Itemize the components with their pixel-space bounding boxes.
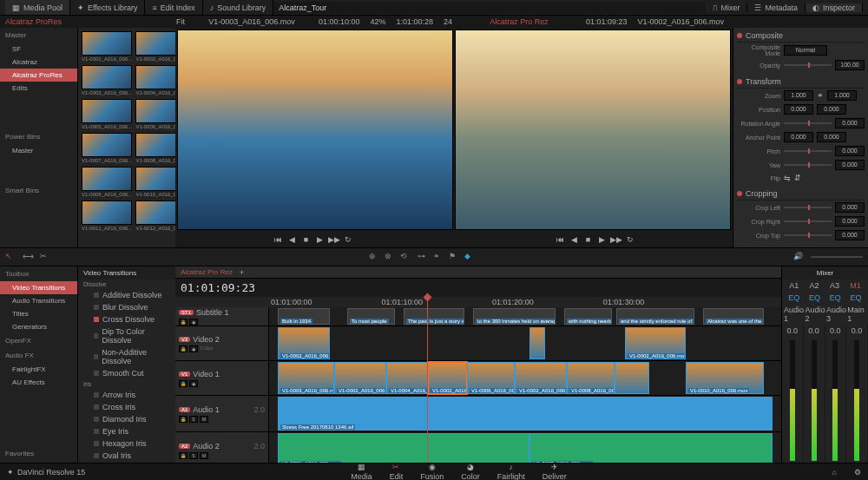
- audio-clip[interactable]: Stress Free 20170810 1346.aif: [278, 397, 773, 431]
- flag-icon[interactable]: ⚑: [449, 252, 459, 262]
- replace-icon[interactable]: ⟲: [400, 252, 411, 262]
- video-clip[interactable]: V1-0002_A016_006.mov: [625, 327, 686, 359]
- timeline-ruler[interactable]: 01:01:00:00 01:01:10:00 01:01:20:00 01:0…: [175, 297, 781, 307]
- video-track-2[interactable]: V1-0002_A016_006.mov V1-0002_A016_006.mo…: [269, 326, 781, 360]
- inspector-toggle[interactable]: ◐Inspector: [806, 3, 863, 12]
- power-bins-label[interactable]: Power Bins: [0, 129, 77, 144]
- clip-thumbnail[interactable]: V1-0010_A016_006...: [135, 167, 175, 197]
- clip-thumbnail[interactable]: V1-0008_A016_006...: [135, 133, 175, 163]
- video-clip[interactable]: [615, 362, 649, 394]
- effects-library-tab[interactable]: ✦Effects Library: [70, 0, 145, 15]
- selection-tool-icon[interactable]: ↖: [5, 252, 16, 262]
- crop-left-slider[interactable]: [784, 207, 832, 208]
- composite-mode-select[interactable]: Normal: [784, 45, 827, 56]
- track-header-a2[interactable]: A2Audio 22.0 🔒SM: [175, 432, 269, 463]
- record-viewer[interactable]: [455, 30, 731, 230]
- video-clip[interactable]: V1-0008_A016_006.mov: [567, 362, 615, 394]
- fx-item[interactable]: Oval Iris: [78, 450, 175, 462]
- flip-v-button[interactable]: ⇵: [794, 174, 801, 182]
- fx-item[interactable]: Dip To Color Dissolve: [78, 325, 175, 346]
- fx-item[interactable]: Additive Dissolve: [78, 289, 175, 301]
- next-frame-button[interactable]: ▶▶: [612, 235, 621, 244]
- mixer-toggle[interactable]: ⎍Mixer: [706, 3, 747, 12]
- anchor-y[interactable]: 0.000: [817, 132, 846, 142]
- fx-category[interactable]: Video Transitions: [0, 281, 77, 294]
- mixer-channel[interactable]: 0.0: [825, 325, 847, 463]
- pos-y[interactable]: 0.000: [817, 104, 846, 115]
- prev-frame-button[interactable]: ◀: [570, 235, 579, 244]
- enable-icon[interactable]: ◉: [189, 319, 198, 325]
- audio-track-2[interactable]: V1-0006_A016_006.wav V1-0008_A016_006.wa…: [269, 432, 781, 463]
- pitch-slider[interactable]: [784, 150, 832, 152]
- clip-thumbnail[interactable]: V1-0005_A016_006...: [82, 99, 132, 129]
- bus-label[interactable]: A3: [830, 281, 839, 290]
- eq-button[interactable]: EQ: [788, 293, 799, 302]
- rotation-value[interactable]: 0.000: [835, 118, 865, 128]
- video-clip[interactable]: V1-0010_A016_006.mov: [686, 362, 764, 394]
- crop-top-slider[interactable]: [784, 234, 832, 236]
- yaw-value[interactable]: 0.000: [835, 160, 865, 170]
- play-button[interactable]: ▶: [316, 235, 325, 244]
- media-pool-tab[interactable]: ▦Media Pool: [5, 0, 70, 15]
- timeline-tab[interactable]: Alcatraz Pro Rez: [181, 268, 233, 276]
- fx-item[interactable]: Cross Iris: [78, 401, 175, 413]
- lock-icon[interactable]: 🔒: [179, 319, 187, 325]
- clip-thumbnail[interactable]: V1-0007_A016_006...: [82, 133, 132, 163]
- favorites-label[interactable]: Favorites: [0, 446, 39, 461]
- fx-category[interactable]: Generators: [0, 320, 77, 333]
- clip-thumbnail[interactable]: V1-0001_A016_006...: [82, 31, 132, 62]
- add-timeline-button[interactable]: +: [240, 268, 244, 277]
- smart-bins-label[interactable]: Smart Bins: [0, 183, 77, 198]
- subtitle-clip[interactable]: to the 300 inmates held on average,: [473, 308, 556, 325]
- pitch-value[interactable]: 0.000: [835, 146, 865, 156]
- source-viewer[interactable]: [177, 30, 453, 230]
- clip-thumbnail[interactable]: V1-0004_A016_006...: [135, 65, 175, 95]
- first-frame-button[interactable]: ⏮: [274, 235, 283, 244]
- overwrite-icon[interactable]: ⊗: [385, 252, 395, 262]
- opacity-value[interactable]: 100.00: [835, 60, 865, 70]
- audio-clip[interactable]: V1-0006_A016_006.wav: [278, 433, 529, 463]
- track-header-a1[interactable]: A1Audio 12.0 🔒SM: [175, 396, 269, 431]
- fx-item[interactable]: Blur Dissolve: [78, 301, 175, 313]
- bus-label[interactable]: A2: [810, 281, 819, 290]
- stop-button[interactable]: ■: [584, 235, 593, 244]
- subtitle-clip[interactable]: Built in 1934: [278, 308, 330, 325]
- eq-button[interactable]: EQ: [851, 293, 862, 302]
- bin-item[interactable]: SF: [0, 43, 77, 56]
- bin-item[interactable]: Edits: [0, 82, 77, 95]
- mixer-channel[interactable]: 0.0: [846, 325, 868, 463]
- deliver-page-button[interactable]: ✈Deliver: [542, 463, 567, 480]
- blade-tool-icon[interactable]: ✂: [40, 252, 50, 262]
- fusion-page-button[interactable]: ◉Fusion: [420, 463, 444, 480]
- fx-item[interactable]: Hexagon Iris: [78, 437, 175, 450]
- audiofx-label[interactable]: Audio FX: [0, 348, 77, 363]
- volume-icon[interactable]: 🔊: [793, 252, 804, 262]
- video-clip[interactable]: [529, 327, 545, 359]
- opacity-slider[interactable]: [784, 64, 832, 66]
- playhead[interactable]: [427, 297, 428, 463]
- subtitle-clip[interactable]: The past is just a story we tell ourselv…: [404, 308, 464, 325]
- bin-item[interactable]: Alcatraz: [0, 56, 77, 69]
- eq-button[interactable]: EQ: [830, 293, 841, 302]
- edit-index-tab[interactable]: ≡Edit Index: [145, 0, 202, 15]
- settings-icon[interactable]: ⚙: [854, 468, 861, 477]
- source-fit[interactable]: Fit: [176, 17, 185, 26]
- crop-right-value[interactable]: 0.000: [835, 216, 865, 227]
- subtitle-clip[interactable]: and the strictly enforced rule of silenc…: [616, 308, 694, 325]
- bin-item[interactable]: Master: [0, 144, 77, 157]
- subtitle-clip[interactable]: Alcatraz was one of the most formidable …: [703, 308, 764, 325]
- timeline-timecode[interactable]: 01:01:09:23: [175, 279, 781, 297]
- fx-item[interactable]: Diamond Iris: [78, 413, 175, 425]
- video-track-1[interactable]: V1-0003_A016_006.mov V1-0002_A016_006.mo…: [269, 361, 781, 395]
- openfx-label[interactable]: OpenFX: [0, 333, 77, 348]
- loop-button[interactable]: ↻: [344, 235, 352, 244]
- zoom-y[interactable]: 1.000: [827, 90, 857, 101]
- fx-item[interactable]: Arrow Iris: [78, 389, 175, 401]
- subtitle-clip[interactable]: To most people: [347, 308, 395, 325]
- video-clip[interactable]: V1-0002_A016_006.mov: [278, 327, 330, 359]
- prev-frame-button[interactable]: ◀: [288, 235, 297, 244]
- fx-category[interactable]: FairlightFX: [0, 363, 77, 376]
- insert-icon[interactable]: ⊕: [369, 252, 379, 262]
- clip-thumbnail[interactable]: V1-0002_A016_006...: [135, 31, 175, 62]
- subtitle-track[interactable]: Built in 1934 To most people The past is…: [269, 307, 781, 325]
